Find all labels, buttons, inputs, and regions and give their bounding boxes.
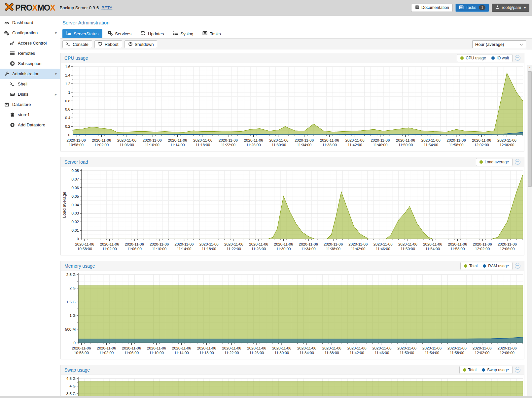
svg-text:11:38:00: 11:38:00 — [326, 247, 340, 251]
collapse-panel-icon[interactable] — [515, 367, 520, 373]
svg-text:2020-11-06: 2020-11-06 — [348, 242, 368, 246]
logo-text: PRO — [15, 3, 32, 13]
svg-text:2020-11-06: 2020-11-06 — [197, 346, 216, 350]
tab-updates[interactable]: Updates — [137, 29, 168, 38]
gauge-icon — [3, 20, 10, 25]
chevron-down-icon[interactable]: ▾ — [55, 72, 57, 76]
beta-link[interactable]: BETA — [101, 5, 112, 10]
svg-text:2020-11-06: 2020-11-06 — [125, 242, 144, 246]
svg-text:11:46:00: 11:46:00 — [376, 247, 390, 251]
svg-text:2020-11-06: 2020-11-06 — [396, 138, 415, 142]
svg-text:1: 1 — [68, 90, 70, 94]
database-icon — [9, 112, 16, 117]
tab-tasks[interactable]: Tasks — [198, 29, 225, 38]
svg-text:2020-11-06: 2020-11-06 — [397, 346, 416, 350]
svg-text:11:02:00: 11:02:00 — [99, 351, 114, 355]
sidebar-item-add-datastore[interactable]: Add Datastore — [0, 120, 60, 130]
svg-text:2020-11-06: 2020-11-06 — [297, 346, 316, 350]
wrench-icon — [3, 71, 10, 76]
svg-text:1.5 G: 1.5 G — [66, 300, 76, 304]
user-menu-button[interactable]: root@pam ▾ — [492, 4, 529, 12]
tab-services[interactable]: Services — [104, 29, 135, 38]
gears-icon — [108, 31, 113, 37]
sidebar-item-disks[interactable]: Disks ▸ — [0, 89, 60, 99]
time-range-select[interactable]: Hour (average) — [472, 40, 526, 48]
cpu-chart-legend[interactable]: CPU usage IO wait — [457, 54, 513, 62]
svg-text:11:54:00: 11:54:00 — [424, 143, 438, 147]
collapse-panel-icon[interactable] — [515, 55, 520, 61]
sidebar-item-configuration[interactable]: Configuration ▾ — [0, 28, 60, 38]
svg-text:1 G: 1 G — [69, 314, 76, 317]
svg-text:11:10:00: 11:10:00 — [152, 247, 166, 251]
svg-text:4.5 G: 4.5 G — [66, 377, 76, 381]
svg-text:11:14:00: 11:14:00 — [174, 351, 189, 355]
sidebar-item-store1[interactable]: store1 — [0, 110, 60, 120]
chevron-right-icon[interactable]: ▸ — [55, 92, 57, 97]
svg-text:11:54:00: 11:54:00 — [425, 351, 439, 355]
svg-text:0: 0 — [77, 237, 79, 241]
scroll-up-arrow[interactable]: ▲ — [527, 65, 532, 70]
scrollbar-thumb[interactable] — [528, 71, 532, 187]
charts-scroll-area: CPU usage CPU usage IO wait 2020-11-0610… — [60, 50, 527, 398]
list-icon — [173, 31, 178, 37]
svg-text:2020-11-06: 2020-11-06 — [272, 346, 291, 350]
svg-text:11:06:00: 11:06:00 — [127, 247, 142, 251]
swap-usage-legend[interactable]: Total Swap usage — [459, 366, 513, 374]
window-bottom-edge — [0, 396, 532, 398]
shutdown-button[interactable]: Shutdown — [124, 40, 158, 48]
lifebuoy-icon — [9, 61, 16, 66]
sidebar-item-datastore[interactable]: Datastore — [0, 99, 60, 110]
sidebar-item-shell[interactable]: Shell — [0, 79, 60, 89]
svg-text:2020-11-06: 2020-11-06 — [193, 138, 212, 142]
reboot-button[interactable]: Reboot — [94, 40, 122, 48]
svg-text:0.04: 0.04 — [72, 203, 79, 207]
svg-text:11:06:00: 11:06:00 — [124, 351, 139, 355]
power-icon — [128, 42, 133, 47]
tasks-button[interactable]: Tasks 1 — [455, 4, 489, 12]
svg-text:11:46:00: 11:46:00 — [373, 143, 387, 147]
sidebar-item-remotes[interactable]: Remotes — [0, 48, 60, 58]
sidebar-item-dashboard[interactable]: Dashboard — [0, 17, 60, 28]
svg-text:11:26:00: 11:26:00 — [246, 143, 261, 147]
svg-text:0: 0 — [68, 133, 70, 137]
svg-text:2020-11-06: 2020-11-06 — [97, 346, 116, 350]
collapse-panel-icon[interactable] — [515, 159, 520, 165]
collapse-panel-icon[interactable] — [515, 263, 520, 269]
svg-text:2020-11-06: 2020-11-06 — [498, 242, 517, 246]
vertical-scrollbar[interactable]: ▲ ▼ — [527, 65, 532, 398]
memory-usage-legend[interactable]: Total RAM usage — [460, 262, 513, 270]
svg-text:3.5 G: 3.5 G — [66, 392, 76, 396]
console-button[interactable]: Console — [62, 40, 92, 48]
svg-text:11:22:00: 11:22:00 — [227, 247, 241, 251]
svg-text:2020-11-06: 2020-11-06 — [372, 346, 391, 350]
legend-dot-green — [479, 160, 483, 164]
sidebar-item-subscription[interactable]: Subscription — [0, 58, 60, 69]
svg-text:2020-11-06: 2020-11-06 — [320, 138, 339, 142]
tab-syslog[interactable]: Syslog — [169, 29, 197, 38]
proxmox-logo: PROXMOX — [5, 3, 55, 13]
svg-text:2020-11-06: 2020-11-06 — [347, 346, 367, 350]
legend-dot-blue — [491, 56, 495, 60]
chevron-down-icon[interactable]: ▾ — [55, 31, 57, 35]
sidebar-item-access-control[interactable]: Access Control — [0, 38, 60, 48]
undo-arrow-icon — [98, 42, 103, 47]
svg-text:2020-11-06: 2020-11-06 — [67, 138, 86, 142]
svg-text:11:58:00: 11:58:00 — [450, 351, 464, 355]
tab-serverstatus[interactable]: ServerStatus — [62, 29, 102, 38]
key-icon — [9, 41, 16, 46]
svg-text:11:46:00: 11:46:00 — [374, 351, 389, 355]
svg-text:12:06:00: 12:06:00 — [500, 143, 514, 147]
svg-text:2020-11-06: 2020-11-06 — [371, 138, 390, 142]
gears-icon — [3, 30, 10, 36]
plus-circle-icon — [9, 122, 16, 127]
sidebar-item-administration[interactable]: Administration ▾ — [0, 69, 60, 79]
svg-text:11:22:00: 11:22:00 — [221, 143, 235, 147]
documentation-button[interactable]: Documentation — [411, 4, 453, 12]
user-icon — [495, 5, 500, 10]
chevron-down-icon — [519, 42, 523, 47]
legend-dot-green — [463, 368, 466, 372]
svg-text:0: 0 — [74, 341, 76, 345]
server-load-legend[interactable]: Load average — [476, 158, 513, 166]
memory-usage-panel-header: Memory usage Total RAM usage — [61, 261, 524, 271]
svg-text:2020-11-06: 2020-11-06 — [498, 346, 517, 350]
